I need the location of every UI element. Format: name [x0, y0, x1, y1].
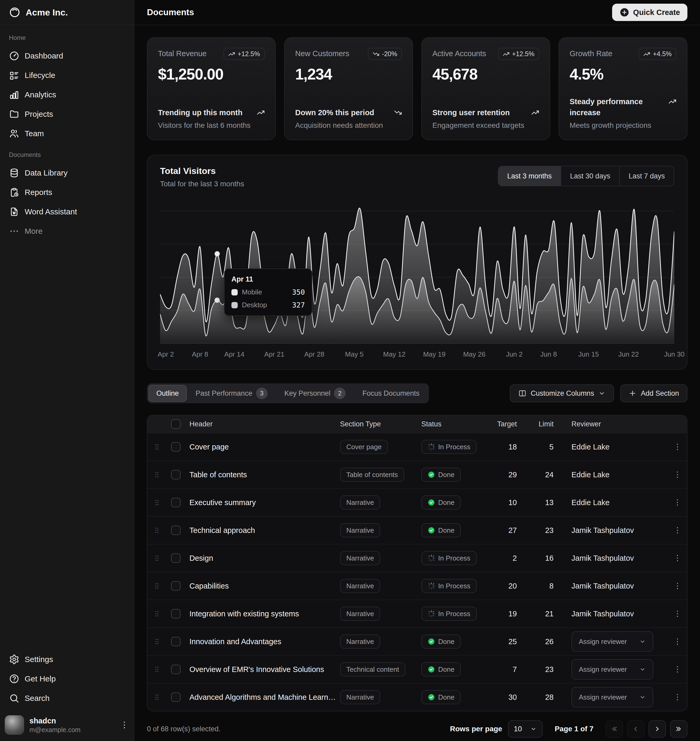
- row-actions-button[interactable]: [673, 526, 682, 535]
- column-target[interactable]: Target: [491, 420, 527, 428]
- area-chart[interactable]: Apr 11 Mobile350Desktop327: [160, 204, 674, 344]
- sidebar-item-lifecycle[interactable]: Lifecycle: [4, 66, 129, 85]
- limit-value[interactable]: 21: [527, 610, 564, 618]
- assign-reviewer-select[interactable]: Assign reviewer: [571, 631, 653, 652]
- limit-value[interactable]: 16: [527, 554, 564, 563]
- user-menu-button[interactable]: [120, 720, 129, 730]
- add-section-button[interactable]: Add Section: [620, 384, 687, 402]
- row-header[interactable]: Executive summary: [185, 498, 338, 507]
- range-last-3-months[interactable]: Last 3 months: [498, 166, 561, 186]
- column-limit[interactable]: Limit: [527, 420, 564, 428]
- drag-handle[interactable]: [153, 610, 161, 618]
- select-all-checkbox[interactable]: [171, 419, 181, 429]
- target-value[interactable]: 19: [491, 610, 527, 618]
- row-checkbox[interactable]: [171, 581, 181, 591]
- limit-value[interactable]: 8: [527, 582, 564, 590]
- column-header[interactable]: Header: [185, 420, 338, 428]
- drag-handle[interactable]: [153, 693, 161, 701]
- row-actions-button[interactable]: [673, 581, 682, 590]
- limit-value[interactable]: 23: [527, 526, 564, 535]
- row-header[interactable]: Technical approach: [185, 526, 338, 535]
- limit-value[interactable]: 13: [527, 498, 564, 507]
- row-header[interactable]: Table of contents: [185, 470, 338, 479]
- drag-handle[interactable]: [153, 582, 161, 590]
- tab-past-performance[interactable]: Past Performance3: [188, 385, 275, 402]
- brand[interactable]: Acme Inc.: [9, 7, 68, 18]
- rows-per-page-select[interactable]: 10: [508, 720, 543, 738]
- row-actions-button[interactable]: [673, 693, 682, 702]
- row-header[interactable]: Advanced Algorithms and Machine Learning: [185, 693, 338, 702]
- row-header[interactable]: Integration with existing systems: [185, 610, 338, 618]
- sidebar-item-get-help[interactable]: Get Help: [4, 669, 129, 688]
- target-value[interactable]: 25: [491, 637, 527, 646]
- row-actions-button[interactable]: [673, 554, 682, 563]
- drag-handle[interactable]: [153, 638, 161, 645]
- row-actions-button[interactable]: [673, 665, 682, 674]
- row-checkbox[interactable]: [171, 609, 181, 619]
- quick-create-button[interactable]: Quick Create: [612, 4, 687, 21]
- sidebar-item-search[interactable]: Search: [4, 688, 129, 708]
- target-value[interactable]: 18: [491, 443, 527, 451]
- row-actions-button[interactable]: [673, 609, 682, 618]
- assign-reviewer-select[interactable]: Assign reviewer: [571, 687, 653, 707]
- drag-handle[interactable]: [153, 526, 161, 534]
- row-checkbox[interactable]: [171, 553, 181, 563]
- target-value[interactable]: 29: [491, 470, 527, 479]
- target-value[interactable]: 7: [491, 665, 527, 674]
- customize-columns-button[interactable]: Customize Columns: [510, 384, 614, 402]
- target-value[interactable]: 2: [491, 554, 527, 563]
- row-actions-button[interactable]: [673, 637, 682, 646]
- tab-key-personnel[interactable]: Key Personnel2: [276, 385, 354, 402]
- user-card[interactable]: shadcn m@example.com: [0, 710, 134, 741]
- sidebar-item-team[interactable]: Team: [4, 124, 129, 143]
- sidebar-item-more[interactable]: More: [4, 222, 129, 241]
- chevrons-right-page-button[interactable]: [670, 720, 687, 738]
- row-header[interactable]: Innovation and Advantages: [185, 637, 338, 646]
- range-last-30-days[interactable]: Last 30 days: [561, 166, 619, 186]
- sidebar-item-word-assistant[interactable]: Word Assistant: [4, 202, 129, 222]
- drag-handle[interactable]: [153, 665, 161, 673]
- target-value[interactable]: 20: [491, 582, 527, 590]
- status-badge: Done: [421, 495, 461, 510]
- row-actions-button[interactable]: [673, 443, 682, 451]
- row-checkbox[interactable]: [171, 470, 181, 479]
- limit-value[interactable]: 28: [527, 693, 564, 702]
- target-value[interactable]: 10: [491, 498, 527, 507]
- chevron-right-page-button[interactable]: [649, 720, 666, 738]
- row-checkbox[interactable]: [171, 692, 181, 702]
- drag-handle[interactable]: [153, 498, 161, 506]
- limit-value[interactable]: 26: [527, 637, 564, 646]
- sidebar-item-settings[interactable]: Settings: [4, 650, 129, 669]
- target-value[interactable]: 27: [491, 526, 527, 535]
- row-checkbox[interactable]: [171, 442, 181, 451]
- sidebar-item-reports[interactable]: Reports: [4, 182, 129, 202]
- tab-focus-documents[interactable]: Focus Documents: [354, 385, 427, 402]
- sidebar-item-data-library[interactable]: Data Library: [4, 163, 129, 182]
- row-actions-button[interactable]: [673, 498, 682, 507]
- limit-value[interactable]: 24: [527, 470, 564, 479]
- drag-handle[interactable]: [153, 443, 161, 451]
- target-value[interactable]: 30: [491, 693, 527, 702]
- row-checkbox[interactable]: [171, 498, 181, 507]
- row-checkbox[interactable]: [171, 637, 181, 646]
- assign-reviewer-select[interactable]: Assign reviewer: [571, 659, 653, 679]
- row-header[interactable]: Overview of EMR's Innovative Solutions: [185, 665, 338, 674]
- row-actions-button[interactable]: [673, 470, 682, 479]
- row-checkbox[interactable]: [171, 665, 181, 674]
- sidebar-item-projects[interactable]: Projects: [4, 104, 129, 124]
- column-status[interactable]: Status: [420, 420, 491, 428]
- range-last-7-days[interactable]: Last 7 days: [619, 166, 674, 186]
- drag-handle[interactable]: [153, 554, 161, 562]
- column-reviewer[interactable]: Reviewer: [564, 420, 668, 428]
- tab-outline[interactable]: Outline: [149, 385, 187, 402]
- column-section-type[interactable]: Section Type: [338, 420, 420, 428]
- row-header[interactable]: Cover page: [185, 443, 338, 451]
- row-header[interactable]: Capabilities: [185, 582, 338, 590]
- limit-value[interactable]: 5: [527, 443, 564, 451]
- drag-handle[interactable]: [153, 471, 161, 479]
- sidebar-item-analytics[interactable]: Analytics: [4, 85, 129, 104]
- limit-value[interactable]: 23: [527, 665, 564, 674]
- row-header[interactable]: Design: [185, 554, 338, 563]
- row-checkbox[interactable]: [171, 526, 181, 535]
- sidebar-item-dashboard[interactable]: Dashboard: [4, 46, 129, 66]
